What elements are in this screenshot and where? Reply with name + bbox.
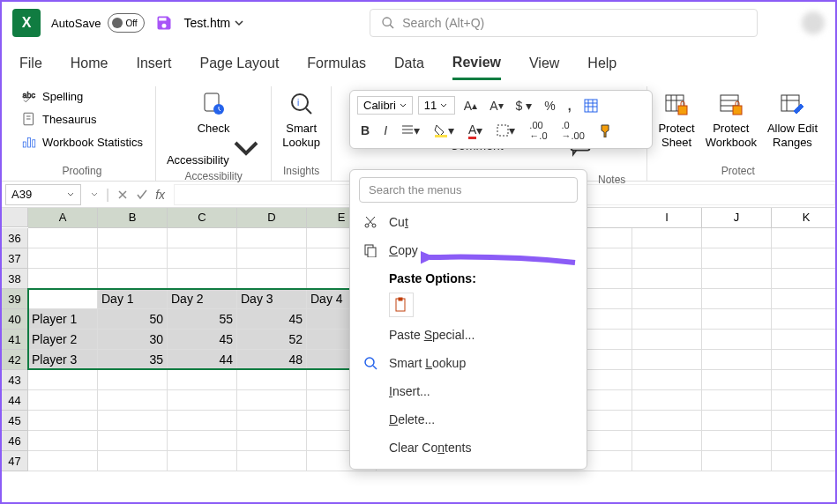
decrease-decimal-button[interactable]: .0→.00 — [558, 118, 588, 143]
cell[interactable] — [28, 289, 98, 309]
row-header[interactable]: 43 — [2, 370, 28, 390]
menu-search-input[interactable]: Search the menus — [359, 177, 578, 203]
cell[interactable]: Day 1 — [98, 289, 168, 309]
paste-special-menu-item[interactable]: Paste Special... — [350, 321, 587, 349]
row-header[interactable]: 45 — [2, 411, 28, 431]
cell[interactable] — [702, 309, 772, 330]
filename-dropdown[interactable]: Test.htm — [183, 16, 244, 30]
row-header[interactable]: 41 — [2, 330, 28, 350]
cell[interactable] — [28, 431, 98, 451]
cell[interactable]: Day 3 — [237, 289, 307, 309]
cell[interactable] — [168, 431, 237, 451]
col-header-c[interactable]: C — [168, 208, 237, 228]
cell[interactable] — [702, 431, 772, 451]
tab-page-layout[interactable]: Page Layout — [199, 48, 279, 78]
cell[interactable] — [28, 390, 98, 411]
cell[interactable] — [168, 269, 237, 289]
col-header-j[interactable]: J — [702, 208, 772, 228]
cell[interactable] — [28, 269, 98, 289]
cell[interactable] — [28, 411, 98, 431]
cell[interactable] — [632, 289, 702, 309]
cell[interactable] — [28, 228, 98, 248]
clear-contents-menu-item[interactable]: Clear Contents — [350, 434, 587, 462]
cell[interactable] — [772, 289, 837, 309]
cell[interactable] — [98, 248, 168, 269]
smart-lookup-menu-item[interactable]: Smart Lookup — [350, 349, 587, 377]
cut-menu-item[interactable]: Cut — [350, 208, 587, 236]
cell[interactable] — [772, 370, 837, 390]
cell[interactable] — [168, 370, 237, 390]
cell[interactable] — [168, 228, 237, 248]
cell[interactable] — [632, 309, 702, 330]
col-header-b[interactable]: B — [98, 208, 168, 228]
cell[interactable] — [98, 411, 168, 431]
bold-button[interactable]: B — [357, 122, 373, 139]
format-painter-button[interactable] — [595, 122, 617, 139]
cell[interactable] — [772, 411, 837, 431]
borders-button[interactable]: ▾ — [493, 122, 519, 139]
font-select[interactable]: Calibri — [357, 96, 413, 115]
cell[interactable] — [702, 451, 772, 471]
cancel-icon[interactable] — [116, 189, 129, 201]
cell[interactable] — [772, 269, 837, 289]
cell[interactable] — [702, 330, 772, 350]
cell[interactable] — [168, 248, 237, 269]
cell[interactable] — [632, 431, 702, 451]
cell[interactable]: Player 3 — [28, 350, 98, 370]
col-header-i[interactable]: I — [632, 208, 702, 228]
cell[interactable]: 45 — [237, 309, 307, 330]
cell[interactable] — [702, 269, 772, 289]
cell[interactable] — [237, 411, 307, 431]
cell[interactable] — [237, 451, 307, 471]
cell[interactable] — [237, 269, 307, 289]
row-header[interactable]: 47 — [2, 451, 28, 471]
row-header[interactable]: 42 — [2, 350, 28, 370]
table-format-button[interactable] — [580, 97, 602, 115]
protect-sheet-button[interactable]: ProtectSheet — [658, 86, 694, 149]
cell[interactable] — [772, 330, 837, 350]
comma-button[interactable]: , — [564, 97, 575, 115]
cell[interactable]: Player 2 — [28, 330, 98, 350]
cell[interactable]: 52 — [237, 330, 307, 350]
tab-insert[interactable]: Insert — [136, 48, 171, 78]
cell[interactable]: 44 — [168, 350, 237, 370]
cell[interactable] — [772, 350, 837, 370]
tab-formulas[interactable]: Formulas — [307, 48, 366, 78]
user-avatar[interactable] — [802, 11, 825, 34]
smart-lookup-button[interactable]: i SmartLookup — [282, 86, 320, 149]
thesaurus-button[interactable]: Thesaurus — [19, 109, 145, 129]
increase-decimal-button[interactable]: .00←.0 — [526, 118, 550, 143]
cell[interactable] — [772, 390, 837, 411]
tab-file[interactable]: File — [19, 48, 42, 78]
cell[interactable] — [98, 431, 168, 451]
cell[interactable]: 48 — [237, 350, 307, 370]
protect-workbook-button[interactable]: ProtectWorkbook — [706, 86, 757, 149]
cell[interactable] — [632, 269, 702, 289]
cell[interactable] — [237, 390, 307, 411]
col-header-a[interactable]: A — [28, 208, 98, 228]
cell[interactable] — [28, 370, 98, 390]
cell[interactable] — [237, 228, 307, 248]
cell[interactable] — [702, 370, 772, 390]
cell[interactable]: Player 1 — [28, 309, 98, 330]
cell[interactable] — [702, 248, 772, 269]
cell[interactable] — [98, 451, 168, 471]
italic-button[interactable]: I — [380, 122, 391, 139]
cell[interactable] — [632, 350, 702, 370]
cell[interactable] — [98, 269, 168, 289]
cell[interactable]: 35 — [98, 350, 168, 370]
tab-review[interactable]: Review — [452, 48, 501, 80]
allow-edit-ranges-button[interactable]: Allow EditRanges — [767, 86, 818, 149]
decrease-font-button[interactable]: A▾ — [486, 97, 506, 115]
fx-icon[interactable]: fx — [155, 188, 165, 202]
search-input[interactable]: Search (Alt+Q) — [370, 9, 758, 37]
font-color-button[interactable]: A▾ — [465, 121, 486, 141]
row-header[interactable]: 37 — [2, 248, 28, 269]
row-header[interactable]: 38 — [2, 269, 28, 289]
cell[interactable] — [98, 370, 168, 390]
paste-button[interactable] — [389, 293, 414, 317]
cell[interactable] — [632, 411, 702, 431]
currency-button[interactable]: $ ▾ — [512, 97, 536, 115]
cell[interactable] — [237, 431, 307, 451]
delete-menu-item[interactable]: Delete... — [350, 405, 587, 434]
